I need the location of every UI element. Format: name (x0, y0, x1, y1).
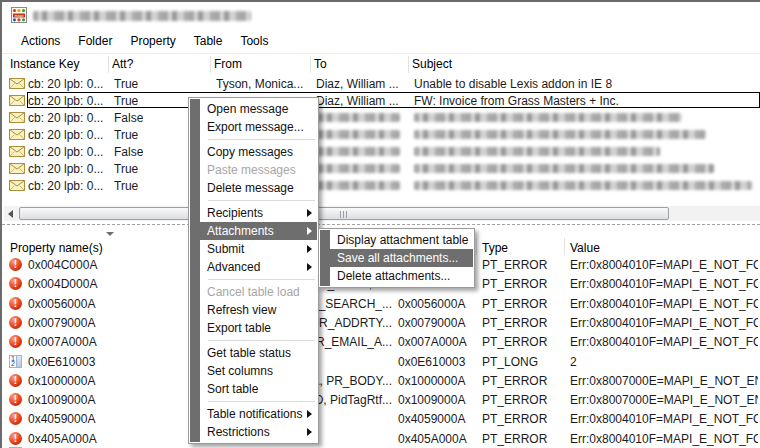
menu-item-label: Save all attachments... (337, 251, 458, 265)
column-header-type[interactable]: Type (482, 241, 508, 255)
menu-item-export-message[interactable]: Export message... (190, 118, 317, 136)
submenu-item-save-all-attachments[interactable]: Save all attachments... (320, 249, 473, 267)
property-row[interactable]: !0x1000000A_A, PR_BODY...0x1000000APT_ER… (2, 372, 760, 391)
message-table-header: Instance KeyAtt?FromToSubject (2, 53, 760, 74)
cell-to: Diaz, William ... (316, 77, 399, 91)
cell-att: True (114, 94, 138, 108)
cell-type: PT_ERROR (482, 316, 562, 330)
mfcmapi-window: mapi ActionsFolderPropertyTableTools Ins… (0, 0, 760, 448)
menubar-item-actions[interactable]: Actions (12, 30, 69, 52)
menu-bar: ActionsFolderPropertyTableTools (2, 30, 760, 52)
scroll-left-button[interactable] (4, 206, 19, 221)
property-row[interactable]: !0x405A000A0x405A000APT_ERRORErr:0x80040… (2, 430, 760, 448)
message-row[interactable]: cb: 20 lpb: 0...TrueTyson, Monica...Diaz… (2, 75, 760, 92)
message-row[interactable]: cb: 20 lpb: 0...True (2, 177, 760, 194)
menu-item-get-table-status[interactable]: Get table status (190, 344, 317, 362)
menu-item-label: Sort table (207, 382, 258, 396)
menu-item-label: Restrictions (207, 425, 270, 439)
column-divider (108, 56, 109, 73)
cell-att: False (114, 111, 143, 125)
horizontal-scrollbar[interactable] (4, 206, 760, 221)
cell-from: Tyson, Monica... (216, 77, 303, 91)
submenu-item-display-attachment-table[interactable]: Display attachment table (320, 231, 473, 249)
cell-instance-key: cb: 20 lpb: 0... (28, 128, 103, 142)
column-header-subject[interactable]: Subject (412, 57, 452, 71)
menu-item-advanced[interactable]: Advanced (190, 258, 317, 276)
envelope-icon (9, 180, 25, 194)
menu-item-table-notifications[interactable]: Table notifications (190, 405, 317, 423)
message-row[interactable]: cb: 20 lpb: 0...TrueDiaz, William ...FW:… (2, 92, 760, 109)
cell-type: PT_ERROR (482, 258, 562, 272)
cell-instance-key: cb: 20 lpb: 0... (28, 145, 103, 159)
title-bar[interactable]: mapi (2, 2, 760, 30)
message-row[interactable]: cb: 20 lpb: 0...False (2, 143, 760, 160)
menubar-item-folder[interactable]: Folder (69, 30, 121, 52)
menu-item-label: Recipients (207, 206, 263, 220)
cell-tag: 0x405A000A (398, 432, 474, 446)
cell-instance-key: cb: 20 lpb: 0... (28, 162, 103, 176)
cell-type: PT_ERROR (482, 277, 562, 291)
column-header-property-name-s[interactable]: Property name(s) (10, 241, 103, 255)
menu-item-set-columns[interactable]: Set columns (190, 362, 317, 380)
menu-item-refresh-view[interactable]: Refresh view (190, 301, 317, 319)
column-header-att[interactable]: Att? (112, 57, 133, 71)
menu-item-submit[interactable]: Submit (190, 240, 317, 258)
cell-tag: 0x4059000A (398, 412, 474, 426)
cell-property-name: 0x1009000A (28, 393, 186, 407)
property-row[interactable]: !0x007A000AHOR_EMAIL_A...0x007A000APT_ER… (2, 333, 760, 352)
message-row[interactable]: cb: 20 lpb: 0...False (2, 109, 760, 126)
menubar-item-property[interactable]: Property (121, 30, 184, 52)
cell-property-name: 0x405A000A (28, 432, 186, 446)
menu-item-attachments[interactable]: Attachments (190, 222, 317, 240)
property-row[interactable]: !0x0079000AHOR_ADDRTY...0x0079000APT_ERR… (2, 314, 760, 333)
cell-type: PT_ERROR (482, 432, 562, 446)
context-menu: Open messageExport message...Copy messag… (188, 97, 319, 444)
app-icon[interactable]: mapi (11, 7, 27, 23)
menubar-item-tools[interactable]: Tools (231, 30, 277, 52)
column-header-value[interactable]: Value (570, 241, 600, 255)
menu-item-open-message[interactable]: Open message (190, 100, 317, 118)
menubar-item-table[interactable]: Table (185, 30, 232, 52)
menu-item-recipients[interactable]: Recipients (190, 204, 317, 222)
property-row[interactable]: !0x1009000AED, PidTagRtf...0x1009000APT_… (2, 391, 760, 410)
cell-value: Err:0x8004010F=MAPI_E_NOT_FO... (570, 258, 758, 272)
menu-separator (206, 398, 317, 405)
column-divider (408, 56, 409, 73)
cell-instance-key: cb: 20 lpb: 0... (28, 111, 103, 125)
cell-property-name: 0x1000000A (28, 374, 186, 388)
menu-item-label: Display attachment table (337, 233, 468, 247)
column-header-from[interactable]: From (214, 57, 242, 71)
scroll-left-icon (8, 210, 13, 218)
cell-att: True (114, 179, 138, 193)
menu-item-cancel-table-load: Cancel table load (190, 283, 317, 301)
cell-value: Err:0x8004010F=MAPI_E_NOT_FO... (570, 335, 758, 349)
menu-item-export-table[interactable]: Export table (190, 319, 317, 337)
submenu-arrow-icon (307, 245, 312, 253)
property-row[interactable]: !0x4059000A0x4059000APT_ERRORErr:0x80040… (2, 410, 760, 429)
cell-to: Diaz, William ... (316, 94, 399, 108)
cell-value: 2 (570, 355, 758, 369)
cell-instance-key: cb: 20 lpb: 0... (28, 179, 103, 193)
error-icon: ! (9, 316, 22, 329)
menu-item-delete-message[interactable]: Delete message (190, 179, 317, 197)
property-row[interactable]: 120x0E6100030x0E610003PT_LONG2 (2, 353, 760, 372)
envelope-icon (9, 129, 25, 143)
menu-item-copy-messages[interactable]: Copy messages (190, 143, 317, 161)
menu-item-sort-table[interactable]: Sort table (190, 380, 317, 398)
menu-item-label: Export message... (207, 120, 304, 134)
cell-property-name: 0x4059000A (28, 412, 186, 426)
menu-item-restrictions[interactable]: Restrictions (190, 423, 317, 441)
message-row[interactable]: cb: 20 lpb: 0...True (2, 126, 760, 143)
message-row[interactable]: cb: 20 lpb: 0...True (2, 160, 760, 177)
property-row[interactable]: !0x0056000AHOR_SEARCH_...0x0056000APT_ER… (2, 295, 760, 314)
column-divider (210, 56, 211, 73)
cell-subject-redacted (414, 147, 660, 156)
menu-item-label: Delete attachments... (337, 269, 450, 283)
scrollbar-thumb[interactable] (19, 207, 669, 220)
column-header-instance-key[interactable]: Instance Key (10, 57, 79, 71)
submenu-item-delete-attachments[interactable]: Delete attachments... (320, 267, 473, 285)
menu-item-label: Copy messages (207, 145, 293, 159)
column-divider (310, 56, 311, 73)
cell-to-redacted (318, 164, 400, 173)
column-header-to[interactable]: To (314, 57, 327, 71)
